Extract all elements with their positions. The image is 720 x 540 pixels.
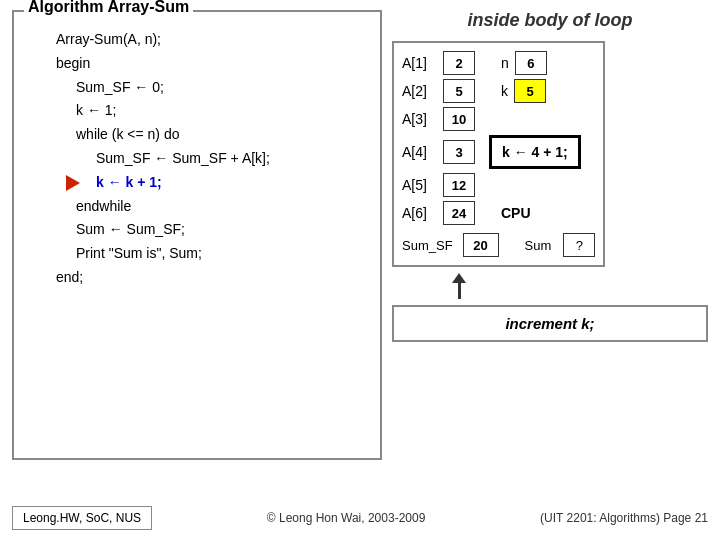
code-line-2: begin [26, 52, 368, 76]
code-sum-sf-init: Sum_SF ← 0; [76, 76, 164, 100]
array-row-6: A[6] 24 CPU [402, 201, 595, 225]
right-title: inside body of loop [392, 10, 708, 31]
array-cell-3: 10 [443, 107, 475, 131]
footer-page: (UIT 2201: Algorithms) Page 21 [540, 511, 708, 525]
code-line-11: end; [26, 266, 368, 290]
code-line-7: k ← k + 1; [26, 171, 368, 195]
sum-sf-row: Sum_SF 20 Sum ? [402, 233, 595, 257]
footer-author: Leong.HW, SoC, NUS [23, 511, 141, 525]
code-block: Array-Sum(A, n); begin Sum_SF ← 0; k ← 1… [26, 28, 368, 290]
array-label-6: A[6] [402, 205, 437, 221]
array-container: A[1] 2 n 6 A[2] 5 k 5 A[3] 10 [392, 41, 605, 267]
arrow-up [452, 273, 466, 299]
arrow-up-line [458, 283, 461, 299]
footer-left-box: Leong.HW, SoC, NUS [12, 506, 152, 530]
panel-title: Algorithm Array-Sum [24, 0, 193, 16]
arrow-up-container [392, 273, 708, 299]
array-row-1: A[1] 2 n 6 [402, 51, 595, 75]
footer-copyright: © Leong Hon Wai, 2003-2009 [267, 511, 426, 525]
array-row-5: A[5] 12 [402, 173, 595, 197]
sum-sf-label: Sum_SF [402, 238, 453, 253]
array-label-5: A[5] [402, 177, 437, 193]
cpu-label: CPU [501, 205, 531, 221]
arrow-up-head-icon [452, 273, 466, 283]
n-cell: 6 [515, 51, 547, 75]
code-k-init: k ← 1; [76, 99, 116, 123]
sum-cell: ? [563, 233, 595, 257]
array-label-3: A[3] [402, 111, 437, 127]
code-line-1: Array-Sum(A, n); [26, 28, 368, 52]
cpu-box: k ← 4 + 1; [489, 135, 581, 169]
array-cell-4: 3 [443, 140, 475, 164]
code-while: while (k <= n) do [76, 123, 180, 147]
array-label-1: A[1] [402, 55, 437, 71]
code-line-9: Sum ← Sum_SF; [26, 218, 368, 242]
code-begin: begin [56, 52, 90, 76]
array-label-4: A[4] [402, 144, 437, 160]
array-row-4: A[4] 3 k ← 4 + 1; [402, 135, 595, 169]
code-line-3: Sum_SF ← 0; [26, 76, 368, 100]
code-line-5: while (k <= n) do [26, 123, 368, 147]
array-cell-1: 2 [443, 51, 475, 75]
code-k-increment: k ← k + 1; [96, 171, 162, 195]
code-array-sum: Array-Sum(A, n); [56, 28, 161, 52]
cpu-expression: k ← 4 + 1; [502, 144, 568, 160]
array-cpu-area: A[1] 2 n 6 A[2] 5 k 5 A[3] 10 [392, 41, 708, 267]
code-line-10: Print "Sum is", Sum; [26, 242, 368, 266]
code-sum-assign: Sum ← Sum_SF; [76, 218, 185, 242]
sum-sf-cell: 20 [463, 233, 499, 257]
k-label: k [501, 83, 508, 99]
array-cell-6: 24 [443, 201, 475, 225]
sum-label: Sum [525, 238, 552, 253]
array-cell-2: 5 [443, 79, 475, 103]
footer-right: (UIT 2201: Algorithms) Page 21 [540, 511, 708, 525]
code-line-4: k ← 1; [26, 99, 368, 123]
footer: Leong.HW, SoC, NUS © Leong Hon Wai, 2003… [0, 506, 720, 530]
arrow-active [66, 175, 96, 191]
n-label: n [501, 55, 509, 71]
array-cell-5: 12 [443, 173, 475, 197]
array-label-2: A[2] [402, 83, 437, 99]
code-end: end; [56, 266, 83, 290]
increment-label: increment k; [505, 315, 594, 332]
array-row-2: A[2] 5 k 5 [402, 79, 595, 103]
left-panel: Algorithm Array-Sum Array-Sum(A, n); beg… [12, 10, 382, 460]
k-cell: 5 [514, 79, 546, 103]
array-row-3: A[3] 10 [402, 107, 595, 131]
footer-center: © Leong Hon Wai, 2003-2009 [267, 511, 426, 525]
code-sum-sf-update: Sum_SF ← Sum_SF + A[k]; [96, 147, 270, 171]
arrow-right-icon [66, 175, 80, 191]
right-panel: inside body of loop A[1] 2 n 6 A[2] 5 k … [392, 10, 708, 460]
code-print: Print "Sum is", Sum; [76, 242, 202, 266]
code-line-8: endwhile [26, 195, 368, 219]
code-line-6: Sum_SF ← Sum_SF + A[k]; [26, 147, 368, 171]
code-endwhile: endwhile [76, 195, 131, 219]
increment-box: increment k; [392, 305, 708, 342]
